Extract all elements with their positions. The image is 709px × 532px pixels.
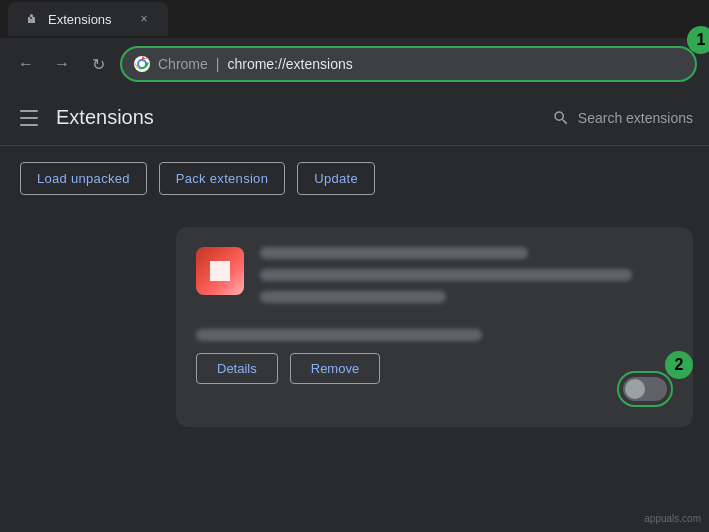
tab-title: Extensions [48, 12, 112, 27]
address-bar[interactable]: Chrome | chrome://extensions 1 [120, 46, 697, 82]
extension-desc-blur-2 [260, 291, 446, 303]
extension-name-blur [260, 247, 528, 259]
active-tab[interactable]: Extensions × [8, 2, 168, 36]
reload-button[interactable]: ↻ [84, 50, 112, 78]
content-area: Details Remove 2 [0, 211, 709, 532]
toggle-area: 2 [617, 371, 673, 407]
extension-card: Details Remove 2 [176, 227, 693, 427]
load-unpacked-button[interactable]: Load unpacked [20, 162, 147, 195]
pack-extension-button[interactable]: Pack extension [159, 162, 285, 195]
extension-icon [196, 247, 244, 295]
details-button[interactable]: Details [196, 353, 278, 384]
toolbar: Load unpacked Pack extension Update [0, 146, 709, 211]
extensions-page: Extensions Search extensions Load unpack… [0, 90, 709, 532]
menu-button[interactable] [16, 102, 48, 134]
nav-bar: ← → ↻ Chrome | chrome://extensions 1 [0, 38, 709, 90]
extension-desc-blur-1 [260, 269, 632, 281]
step1-badge: 1 [687, 26, 709, 54]
page-title: Extensions [56, 106, 154, 129]
search-area[interactable]: Search extensions [552, 109, 693, 127]
address-pipe: | [216, 56, 220, 72]
address-url: chrome://extensions [227, 56, 352, 72]
search-label: Search extensions [578, 110, 693, 126]
chrome-logo-icon [134, 56, 150, 72]
toggle-knob [625, 379, 645, 399]
forward-button[interactable]: → [48, 50, 76, 78]
address-divider: Chrome [158, 56, 208, 72]
back-button[interactable]: ← [12, 50, 40, 78]
extension-extra-blur [196, 329, 482, 341]
menu-line-3 [20, 124, 38, 126]
svg-rect-1 [30, 17, 32, 19]
step2-badge: 2 [665, 351, 693, 379]
remove-button[interactable]: Remove [290, 353, 380, 384]
extension-inner [196, 247, 673, 313]
extensions-tab-icon [24, 11, 40, 27]
svg-point-4 [139, 61, 145, 67]
search-icon [552, 109, 570, 127]
watermark: appuals.com [644, 513, 701, 524]
extension-toggle[interactable] [623, 377, 667, 401]
extension-icon-inner [210, 261, 229, 280]
tab-bar: Extensions × [0, 0, 709, 38]
toggle-wrapper: 2 [617, 371, 673, 407]
tab-close-button[interactable]: × [136, 11, 152, 27]
menu-line-2 [20, 117, 38, 119]
card-actions: Details Remove 2 [196, 353, 673, 384]
extension-info [260, 247, 673, 313]
update-button[interactable]: Update [297, 162, 375, 195]
menu-line-1 [20, 110, 38, 112]
page-header: Extensions Search extensions [0, 90, 709, 146]
